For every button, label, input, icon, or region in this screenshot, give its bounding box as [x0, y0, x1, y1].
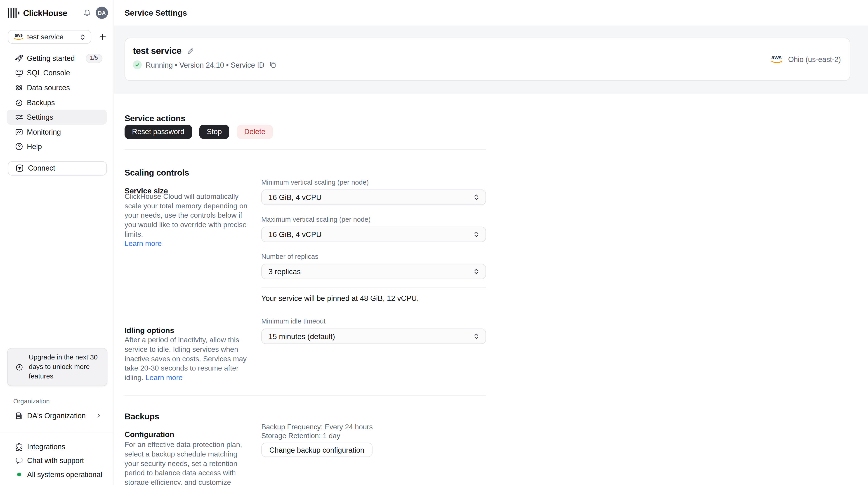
idle-timeout-select[interactable]: 15 minutes (default): [261, 329, 486, 344]
page-title: Service Settings: [125, 8, 187, 17]
status-dot-icon: [17, 472, 21, 477]
scaling-learn-more-link[interactable]: Learn more: [125, 239, 251, 249]
service-version: Version 24.10: [180, 61, 224, 69]
settings-content: Service actions Reset password Stop Dele…: [125, 94, 868, 485]
max-scaling-select[interactable]: 16 GiB, 4 vCPU: [261, 227, 486, 242]
sidebar-item-help[interactable]: Help: [6, 139, 107, 154]
idle-timeout-label: Minimum idle timeout: [261, 317, 486, 325]
min-scaling-value: 16 GiB, 4 vCPU: [269, 193, 322, 201]
max-scaling-label: Maximum vertical scaling (per node): [261, 216, 486, 223]
backup-configuration-title: Configuration: [125, 430, 174, 439]
sidebar-item-settings[interactable]: Settings: [6, 110, 107, 125]
chat-support-label: Chat with support: [27, 456, 84, 465]
sidebar-item-label: Getting started: [27, 54, 75, 63]
service-status: Running: [146, 61, 173, 69]
sidebar-item-getting-started[interactable]: Getting started 1/5: [6, 51, 107, 66]
chevron-updown-icon: [473, 193, 479, 201]
service-status-line: Running • Version 24.10 • Service ID: [146, 61, 264, 69]
aws-logo-icon: aws: [770, 55, 782, 63]
organization-switcher[interactable]: DA's Organization: [6, 408, 107, 423]
page-header: Service Settings: [114, 0, 868, 25]
upgrade-banner[interactable]: Upgrade in the next 30 days to unlock mo…: [7, 348, 107, 386]
sidebar-item-label: Backups: [27, 98, 55, 107]
clickhouse-logo-icon: [8, 8, 19, 18]
sidebar-item-label: Help: [27, 143, 42, 151]
min-scaling-group: Minimum vertical scaling (per node) 16 G…: [261, 178, 486, 205]
running-check-chip: [133, 60, 142, 69]
chevron-updown-icon: [473, 230, 479, 238]
replicas-select[interactable]: 3 replicas: [261, 264, 486, 279]
sidebar-nav: Getting started 1/5 SQL Console Data sou…: [6, 51, 107, 154]
organization-name: DA's Organization: [27, 411, 86, 420]
min-scaling-select[interactable]: 16 GiB, 4 vCPU: [261, 190, 486, 205]
replicas-group: Number of replicas 3 replicas: [261, 253, 486, 279]
chevron-updown-icon: [473, 267, 479, 275]
system-status-label: All systems operational: [27, 470, 102, 479]
service-name: test service: [133, 46, 182, 56]
chevron-updown-icon: [473, 332, 479, 340]
sidebar-item-label: SQL Console: [27, 69, 70, 77]
system-status-item[interactable]: All systems operational: [6, 467, 107, 481]
backup-meta: Backup Frequency: Every 24 hours Storage…: [261, 423, 373, 440]
add-service-button[interactable]: [97, 32, 108, 42]
change-backup-configuration-button[interactable]: Change backup configuration: [261, 443, 372, 457]
service-size-description: ClickHouse Cloud will automatically scal…: [125, 192, 251, 248]
plus-icon: [98, 33, 107, 41]
copy-service-id-button[interactable]: [269, 61, 276, 68]
scaling-controls-title: Scaling controls: [125, 168, 189, 177]
avatar-initials: DA: [96, 6, 108, 19]
edit-service-name-button[interactable]: [186, 47, 194, 55]
delete-button[interactable]: Delete: [237, 124, 273, 139]
chat-bubble-icon: [15, 456, 23, 465]
clock-icon: [16, 363, 23, 371]
copy-icon: [269, 61, 276, 68]
replicas-value: 3 replicas: [269, 267, 301, 276]
sidebar-item-label: Data sources: [27, 84, 70, 92]
idle-timeout-group: Minimum idle timeout 15 minutes (default…: [261, 317, 486, 344]
idling-options-title: Idling options: [125, 326, 174, 335]
main-area: Service Settings test service: [114, 0, 868, 485]
organization-section-label: Organization: [13, 397, 50, 404]
stop-button[interactable]: Stop: [199, 124, 229, 139]
status-dot-wrap: [15, 472, 23, 477]
console-icon: [15, 69, 23, 77]
check-icon: [134, 62, 140, 67]
sidebar-item-sql-console[interactable]: SQL Console: [6, 66, 107, 80]
history-icon: [15, 98, 23, 107]
sidebar-item-integrations[interactable]: Integrations: [6, 440, 107, 454]
sidebar-item-monitoring[interactable]: Monitoring: [6, 125, 107, 139]
service-card-inner: test service Running •: [133, 46, 277, 69]
connect-button[interactable]: Connect: [8, 161, 107, 175]
brand-actions: DA: [83, 6, 108, 19]
backups-title: Backups: [125, 411, 159, 421]
selected-service-name: test service: [27, 33, 64, 41]
scaling-divider: [261, 287, 486, 288]
backup-description: For an effective data protection plan, s…: [125, 440, 251, 485]
chevron-updown-icon: [80, 33, 86, 41]
sidebar-item-label: Settings: [27, 113, 53, 121]
aws-word: aws: [772, 55, 782, 60]
sidebar-divider: [0, 433, 113, 433]
meta-dot: •: [226, 61, 228, 69]
sidebar-item-backups[interactable]: Backups: [6, 95, 107, 110]
pinned-note: Your service will be pinned at 48 GiB, 1…: [261, 294, 419, 303]
idling-learn-more-link[interactable]: Learn more: [146, 374, 183, 382]
sidebar-footer: Integrations Chat with support All syste…: [6, 440, 107, 481]
service-card-band: test service Running •: [114, 25, 868, 93]
upgrade-banner-text: Upgrade in the next 30 days to unlock mo…: [29, 353, 99, 381]
brand-name: ClickHouse: [23, 8, 67, 18]
chart-icon: [15, 128, 23, 136]
puzzle-icon: [15, 443, 23, 451]
service-size-description-text: ClickHouse Cloud will automatically scal…: [125, 192, 248, 238]
sidebar-item-data-sources[interactable]: Data sources: [6, 81, 107, 95]
notifications-button[interactable]: [83, 8, 91, 17]
reset-password-button[interactable]: Reset password: [125, 124, 192, 139]
service-selector[interactable]: aws test service: [8, 30, 91, 44]
meta-dot: •: [175, 61, 177, 69]
sidebar-item-label: Monitoring: [27, 128, 61, 136]
aws-logo-icon: aws: [14, 33, 23, 40]
sidebar-item-chat-support[interactable]: Chat with support: [6, 454, 107, 467]
backup-frequency: Backup Frequency: Every 24 hours: [261, 423, 373, 431]
user-avatar[interactable]: DA: [96, 6, 108, 19]
section-divider: [125, 149, 486, 149]
